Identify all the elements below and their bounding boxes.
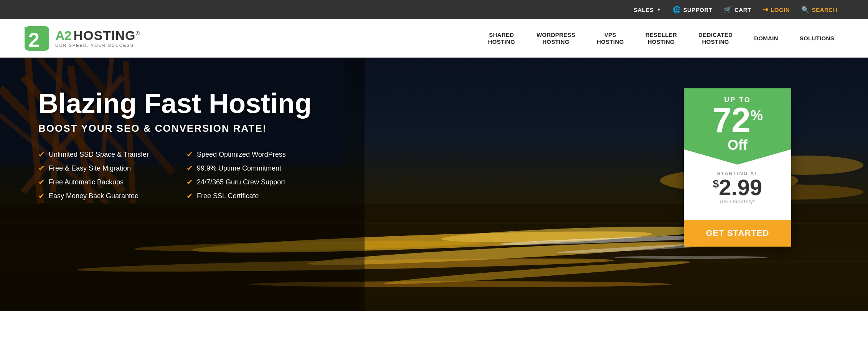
logo-tagline: OUR SPEED, YOUR SUCCESS: [55, 43, 140, 48]
hero-content: Blazing Fast Hosting BOOST YOUR SEO & CO…: [38, 88, 312, 201]
feature-2: ✔ Free & Easy Site Migration: [38, 164, 163, 173]
sales-menu[interactable]: SALES ▼: [634, 7, 661, 13]
usd-monthly: USD monthly*: [691, 199, 784, 204]
nav-solutions[interactable]: SOLUTIONS: [789, 35, 845, 42]
logo-a2-text: A2: [55, 29, 71, 42]
top-bar: SALES ▼ 🌐 SUPPORT 🛒 CART ⇥ LOGIN 🔍 SEARC…: [0, 0, 868, 19]
check-icon-3: ✔: [38, 177, 45, 187]
discount-body: STARTING AT $2.99 USD monthly*: [684, 159, 791, 212]
sales-dropdown-arrow: ▼: [657, 7, 661, 12]
check-icon-7: ✔: [186, 177, 193, 187]
feature-5: ✔ Speed Optimized WordPress: [186, 150, 312, 159]
hero-features: ✔ Unlimited SSD Space & Transfer ✔ Speed…: [38, 150, 312, 201]
discount-badge: UP TO 72% Off: [684, 88, 791, 165]
nav-shared-hosting[interactable]: SHARED HOSTING: [477, 31, 526, 45]
feature-6-text: 99.9% Uptime Commitment: [197, 164, 281, 172]
feature-6: ✔ 99.9% Uptime Commitment: [186, 164, 312, 173]
search-icon: 🔍: [801, 6, 810, 14]
nav-reseller-hosting[interactable]: RESELLER HOSTING: [635, 31, 688, 45]
globe-icon: 🌐: [673, 6, 681, 14]
discount-card: UP TO 72% Off STARTING AT $2.99 USD mont…: [684, 88, 791, 247]
cart-icon: 🛒: [724, 6, 732, 14]
feature-4: ✔ Easy Money Back Guarantee: [38, 191, 163, 201]
support-link[interactable]: 🌐 SUPPORT: [673, 6, 713, 14]
logo[interactable]: 2 A2 HOSTING® OUR SPEED, YOUR SUCCESS: [23, 25, 140, 52]
nav-vps-hosting[interactable]: VPS HOSTING: [586, 31, 634, 45]
logo-hosting-text: HOSTING®: [73, 29, 140, 42]
logo-icon: 2: [23, 25, 51, 52]
cart-link[interactable]: 🛒 CART: [724, 6, 751, 14]
hero-section: Blazing Fast Hosting BOOST YOUR SEO & CO…: [0, 58, 868, 311]
svg-text:2: 2: [28, 29, 40, 51]
feature-1-text: Unlimited SSD Space & Transfer: [49, 151, 149, 159]
nav-dedicated-hosting[interactable]: DEDICATED HOSTING: [688, 31, 743, 45]
check-icon-6: ✔: [186, 164, 193, 173]
check-icon-8: ✔: [186, 191, 193, 201]
check-icon-1: ✔: [38, 150, 45, 159]
nav-bar: 2 A2 HOSTING® OUR SPEED, YOUR SUCCESS SH…: [0, 19, 868, 58]
feature-4-text: Easy Money Back Guarantee: [49, 192, 139, 200]
sales-label: SALES: [634, 7, 654, 13]
login-link[interactable]: ⇥ LOGIN: [763, 6, 790, 14]
login-icon: ⇥: [763, 6, 769, 14]
nav-domain[interactable]: DOMAIN: [743, 35, 789, 42]
check-icon-4: ✔: [38, 191, 45, 201]
get-started-button[interactable]: GET STARTED: [684, 220, 791, 247]
price-dollar: $: [713, 177, 719, 189]
feature-7: ✔ 24/7/365 Guru Crew Support: [186, 177, 312, 187]
feature-3: ✔ Free Automatic Backups: [38, 177, 163, 187]
svg-point-26: [614, 256, 767, 259]
discount-percent: 72%: [691, 104, 784, 137]
nav-wordpress-hosting[interactable]: WORDPRESS HOSTING: [526, 31, 586, 45]
feature-2-text: Free & Easy Site Migration: [49, 164, 131, 172]
main-nav: SHARED HOSTING WORDPRESS HOSTING VPS HOS…: [171, 31, 845, 45]
price-number: 2.99: [719, 175, 762, 200]
check-icon-5: ✔: [186, 150, 193, 159]
check-icon-2: ✔: [38, 164, 45, 173]
feature-3-text: Free Automatic Backups: [49, 178, 124, 186]
hero-subtitle: BOOST YOUR SEO & CONVERSION RATE!: [38, 123, 312, 134]
feature-5-text: Speed Optimized WordPress: [197, 151, 286, 159]
search-link[interactable]: 🔍 SEARCH: [801, 6, 837, 14]
price: $2.99: [691, 176, 784, 199]
feature-8-text: Free SSL Certificate: [197, 192, 259, 200]
hero-title: Blazing Fast Hosting: [38, 88, 312, 119]
logo-text: A2 HOSTING® OUR SPEED, YOUR SUCCESS: [55, 29, 140, 48]
feature-1: ✔ Unlimited SSD Space & Transfer: [38, 150, 163, 159]
feature-7-text: 24/7/365 Guru Crew Support: [197, 178, 285, 186]
discount-off: Off: [691, 137, 784, 153]
feature-8: ✔ Free SSL Certificate: [186, 191, 312, 201]
